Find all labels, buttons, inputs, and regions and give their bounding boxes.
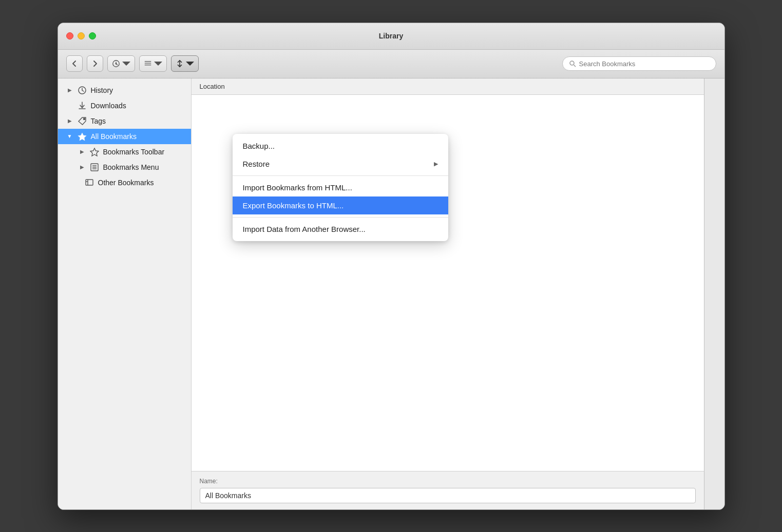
downloads-icon — [78, 101, 87, 110]
titlebar: Library — [58, 23, 724, 50]
toolbar — [58, 50, 724, 78]
name-label: Name: — [200, 478, 696, 485]
sidebar-item-bookmarks-menu[interactable]: ▶ Bookmarks Menu — [58, 160, 191, 175]
bookmarks-menu-icon — [90, 163, 99, 172]
svg-point-17 — [83, 118, 85, 120]
right-edge — [704, 78, 724, 509]
forward-button[interactable] — [87, 55, 103, 72]
svg-marker-8 — [154, 62, 162, 66]
import-export-button[interactable] — [171, 55, 199, 72]
bookmarks-toolbar-label: Bookmarks Toolbar — [103, 148, 185, 156]
sidebar: ▶ History ▶ — [58, 78, 192, 509]
svg-marker-18 — [78, 133, 86, 141]
import-html-label: Import Bookmarks from HTML... — [243, 183, 352, 192]
svg-line-13 — [574, 65, 576, 67]
svg-point-12 — [570, 61, 574, 65]
other-bookmarks-label: Other Bookmarks — [98, 179, 185, 187]
history-label: History — [91, 86, 185, 94]
sidebar-item-tags[interactable]: ▶ Tags — [58, 113, 191, 129]
sidebar-item-bookmarks-toolbar[interactable]: ▶ Bookmarks Toolbar — [58, 144, 191, 160]
sidebar-item-other-bookmarks[interactable]: Other Bookmarks — [58, 175, 191, 190]
menu-item-export-html[interactable]: Export Bookmarks to HTML... — [233, 196, 448, 214]
import-browser-label: Import Data from Another Browser... — [243, 225, 366, 233]
svg-marker-11 — [186, 62, 194, 66]
content-header: Location — [192, 78, 704, 95]
menu-separator-1 — [233, 175, 448, 176]
expand-arrow-tags: ▶ — [66, 117, 73, 125]
menu-item-restore[interactable]: Restore ▶ — [233, 155, 448, 173]
all-bookmarks-icon — [78, 132, 87, 141]
dropdown-menu: Backup... Restore ▶ Import Bookmarks fro… — [233, 134, 448, 241]
expand-arrow-history: ▶ — [66, 87, 73, 94]
svg-rect-24 — [86, 180, 93, 185]
sidebar-item-history[interactable]: ▶ History — [58, 83, 191, 98]
export-html-label: Export Bookmarks to HTML... — [243, 201, 344, 210]
search-box[interactable] — [562, 56, 716, 71]
expand-arrow-all-bookmarks: ▼ — [66, 133, 73, 140]
menu-separator-2 — [233, 217, 448, 218]
search-icon — [569, 60, 576, 67]
svg-marker-4 — [122, 62, 130, 66]
sidebar-item-downloads[interactable]: ▶ Downloads — [58, 98, 191, 113]
downloads-label: Downloads — [91, 102, 185, 110]
name-input[interactable] — [200, 488, 696, 503]
history-icon — [78, 86, 87, 95]
expand-arrow-bookmarks-toolbar: ▶ — [79, 148, 86, 155]
organize-button[interactable] — [107, 55, 135, 72]
expand-arrow-bookmarks-menu: ▶ — [79, 164, 86, 171]
tags-icon — [78, 116, 87, 126]
back-button[interactable] — [66, 55, 83, 72]
menu-item-import-browser[interactable]: Import Data from Another Browser... — [233, 220, 448, 238]
views-button[interactable] — [139, 55, 167, 72]
sidebar-item-all-bookmarks[interactable]: ▼ All Bookmarks — [58, 129, 191, 144]
close-button[interactable] — [66, 32, 73, 40]
backup-label: Backup... — [243, 142, 275, 150]
bookmarks-toolbar-icon — [90, 147, 99, 156]
all-bookmarks-label: All Bookmarks — [91, 132, 185, 141]
search-input[interactable] — [579, 60, 710, 68]
restore-arrow-icon: ▶ — [434, 161, 438, 167]
restore-label: Restore — [243, 160, 270, 168]
svg-point-3 — [116, 63, 117, 64]
svg-marker-19 — [90, 148, 99, 156]
bookmarks-menu-label: Bookmarks Menu — [103, 163, 185, 171]
menu-item-backup[interactable]: Backup... — [233, 137, 448, 155]
traffic-lights — [66, 32, 96, 40]
maximize-button[interactable] — [89, 32, 96, 40]
tags-label: Tags — [91, 117, 185, 125]
content-footer: Name: — [192, 471, 704, 509]
location-column-header: Location — [200, 83, 225, 90]
minimize-button[interactable] — [78, 32, 85, 40]
other-bookmarks-icon — [85, 178, 94, 187]
window-title: Library — [379, 32, 403, 40]
menu-item-import-html[interactable]: Import Bookmarks from HTML... — [233, 179, 448, 196]
